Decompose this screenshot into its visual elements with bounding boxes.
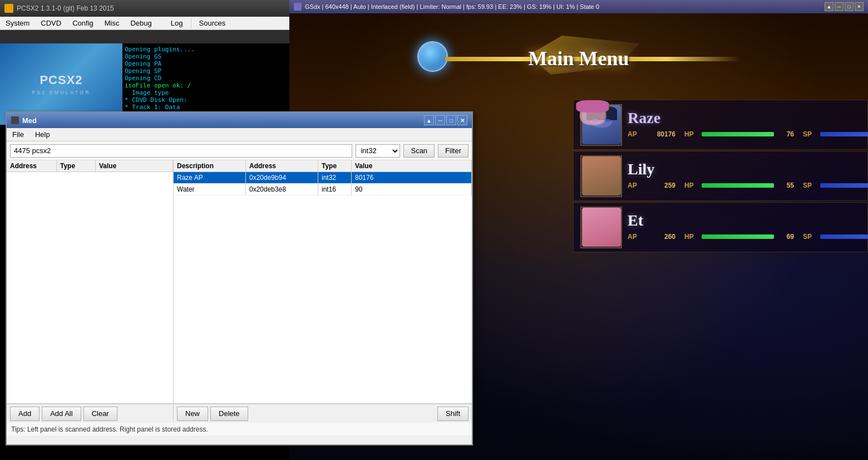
med-search-input[interactable] bbox=[10, 144, 352, 158]
row1-description: Raze AP bbox=[174, 172, 246, 183]
row2-description: Water bbox=[174, 184, 246, 195]
et-hp-label: HP bbox=[684, 233, 698, 241]
pcsx2-menu-misc[interactable]: Misc bbox=[99, 18, 125, 28]
med-menubar: File Help bbox=[7, 128, 472, 141]
et-face bbox=[582, 208, 621, 247]
row2-value: 90 bbox=[352, 184, 472, 195]
pcsx2-title: PCSX2 1.3.1-0 (git) Feb 13 2015 bbox=[17, 4, 114, 12]
lp-col-type: Type bbox=[57, 160, 96, 172]
pcsx2-logo-text: PCSX2 bbox=[40, 73, 82, 87]
key-gem bbox=[417, 41, 448, 72]
add-all-button[interactable]: Add All bbox=[42, 407, 81, 421]
med-minimize-btn[interactable]: ─ bbox=[435, 115, 445, 125]
filter-button[interactable]: Filter bbox=[438, 144, 468, 158]
et-hp-bar bbox=[702, 234, 774, 239]
raze-name: Raze bbox=[628, 109, 868, 127]
row1-address: 0x20de9b94 bbox=[246, 172, 318, 183]
game-restore-btn[interactable]: □ bbox=[845, 2, 854, 11]
med-bottom-right: New Delete Shift bbox=[174, 404, 472, 423]
game-minimize-btn[interactable]: ─ bbox=[835, 2, 844, 11]
lp-col-address: Address bbox=[7, 160, 57, 172]
rp-col-description: Description bbox=[174, 160, 246, 172]
char-row-et: Et AP 260 HP 69 SP 49 bbox=[573, 202, 868, 252]
lily-ap-label: AP bbox=[628, 182, 642, 189]
left-panel: Address Type Value bbox=[7, 160, 174, 403]
raze-hp-value: 76 bbox=[777, 130, 794, 138]
med-close-btn[interactable]: ✕ bbox=[457, 115, 467, 125]
clear-button[interactable]: Clear bbox=[83, 407, 117, 421]
lp-col-value: Value bbox=[96, 160, 173, 172]
med-title: Med bbox=[22, 116, 37, 125]
et-sp-label: SP bbox=[803, 233, 817, 241]
right-panel-header: Description Address Type Value bbox=[174, 160, 472, 172]
raze-stats: AP 80176 HP 76 SP 48 bbox=[628, 130, 868, 138]
row1-value: 80176 bbox=[352, 172, 472, 183]
game-pin-btn[interactable]: ▲ bbox=[825, 2, 834, 11]
row2-address: 0x20deb3e8 bbox=[246, 184, 318, 195]
med-body: Address Type Value Description Address T… bbox=[7, 160, 472, 403]
med-app-icon bbox=[11, 116, 19, 124]
med-menu-file[interactable]: File bbox=[7, 129, 29, 140]
lily-name: Lily bbox=[628, 160, 868, 178]
med-pin-btn[interactable]: ▲ bbox=[424, 115, 434, 125]
lily-sp-bar bbox=[820, 183, 868, 188]
char-row-raze: Raze AP 80176 HP 76 SP 48 bbox=[573, 100, 868, 150]
med-type-select[interactable]: int32 int16 int8 float string bbox=[356, 144, 400, 158]
med-titlebar-controls: ▲ ─ □ ✕ bbox=[424, 115, 467, 125]
lily-ap-value: 259 bbox=[645, 182, 675, 189]
lily-sp-label: SP bbox=[803, 182, 817, 189]
med-window: Med ▲ ─ □ ✕ File Help int32 int16 int8 f… bbox=[6, 111, 473, 446]
lily-face bbox=[582, 156, 621, 195]
med-bottom-left: Add Add All Clear bbox=[7, 404, 174, 423]
lily-hp-value: 55 bbox=[777, 182, 794, 189]
new-button[interactable]: New bbox=[177, 407, 208, 421]
lily-hp-label: HP bbox=[684, 182, 698, 189]
med-restore-btn[interactable]: □ bbox=[446, 115, 456, 125]
med-bottom-bar: Add Add All Clear New Delete Shift bbox=[7, 403, 472, 422]
raze-hp-label: HP bbox=[684, 130, 698, 138]
pcsx2-menu-debug[interactable]: Debug bbox=[125, 18, 157, 28]
et-stats: AP 260 HP 69 SP 49 bbox=[628, 233, 868, 241]
char-portrait-et bbox=[580, 207, 622, 248]
raze-sp-label: SP bbox=[803, 130, 817, 138]
raze-sp-bar bbox=[820, 132, 868, 136]
med-menu-help[interactable]: Help bbox=[29, 129, 56, 140]
med-status-bar: Tips: Left panel is scanned address. Rig… bbox=[7, 422, 472, 435]
et-sp-bar bbox=[820, 234, 868, 239]
lily-hp-bar bbox=[702, 183, 774, 188]
raze-ap-label: AP bbox=[628, 130, 642, 138]
game-title: GSdx | 640x448 | Auto | Interlaced (fiel… bbox=[305, 3, 599, 10]
row1-type: int32 bbox=[318, 172, 352, 183]
right-panel: Description Address Type Value Raze AP 0… bbox=[174, 160, 472, 403]
left-panel-rows bbox=[7, 172, 173, 395]
rp-col-type: Type bbox=[318, 160, 352, 172]
delete-button[interactable]: Delete bbox=[210, 407, 248, 421]
char-info-raze: Raze AP 80176 HP 76 SP 48 bbox=[628, 109, 868, 140]
char-info-lily: Lily AP 259 HP 55 SP 77 bbox=[628, 160, 868, 192]
char-row-lily: Lily AP 259 HP 55 SP 77 bbox=[573, 151, 868, 201]
left-panel-header: Address Type Value bbox=[7, 160, 173, 172]
pcsx2-menu-config[interactable]: Config bbox=[67, 18, 99, 28]
raze-hp-bar bbox=[702, 132, 774, 136]
shift-button[interactable]: Shift bbox=[437, 407, 468, 421]
pcsx2-tab-log[interactable]: Log bbox=[163, 18, 191, 28]
pcsx2-menu-system[interactable]: System bbox=[0, 18, 35, 28]
table-row[interactable]: Raze AP 0x20de9b94 int32 80176 bbox=[174, 172, 472, 184]
lily-stats: AP 259 HP 55 SP 77 bbox=[628, 182, 868, 189]
row2-type: int16 bbox=[318, 184, 352, 195]
pcsx2-logo-sub: PS2 EMULATOR bbox=[32, 90, 91, 95]
char-info-et: Et AP 260 HP 69 SP 49 bbox=[628, 212, 868, 243]
rp-col-value: Value bbox=[352, 160, 472, 172]
main-menu-title: Main Menu bbox=[528, 47, 629, 70]
et-ap-label: AP bbox=[628, 233, 642, 241]
add-button[interactable]: Add bbox=[10, 407, 40, 421]
table-row[interactable]: Water 0x20deb3e8 int16 90 bbox=[174, 184, 472, 195]
scan-button[interactable]: Scan bbox=[403, 144, 435, 158]
character-panel: Raze AP 80176 HP 76 SP 48 bbox=[573, 100, 868, 252]
game-app-icon bbox=[294, 3, 302, 11]
game-titlebar-controls: ▲ ─ □ ✕ bbox=[825, 2, 864, 11]
med-status-text: Tips: Left panel is scanned address. Rig… bbox=[11, 425, 208, 433]
pcsx2-menu-cdvd[interactable]: CDVD bbox=[35, 18, 67, 28]
pcsx2-tab-sources[interactable]: Sources bbox=[191, 18, 234, 28]
game-close-btn[interactable]: ✕ bbox=[855, 2, 864, 11]
